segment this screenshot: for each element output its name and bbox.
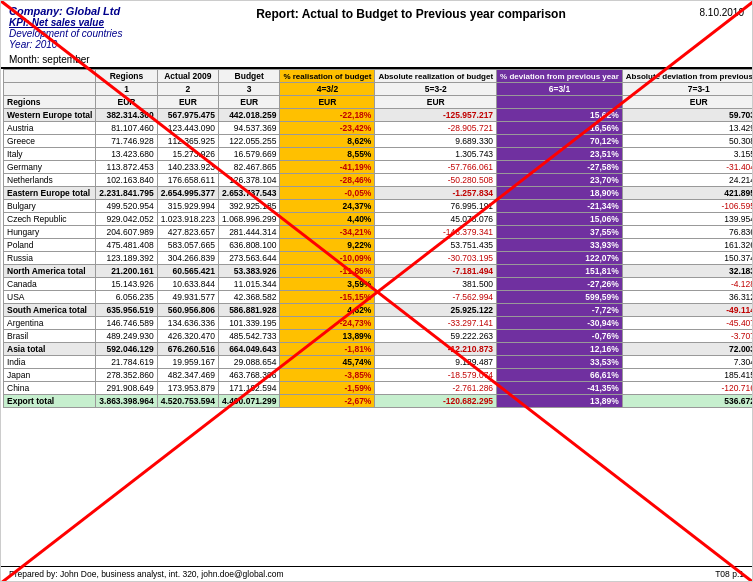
cell-0: Hungary — [4, 226, 96, 239]
cell-4: -10,09% — [280, 252, 375, 265]
cell-0: Asia total — [4, 343, 96, 356]
cell-1: 3.863.398.964 — [96, 395, 157, 408]
cell-5: -57.766.061 — [375, 161, 497, 174]
cell-5: -1.257.834 — [375, 187, 497, 200]
cell-0: Argentina — [4, 317, 96, 330]
col-abs-budget-header: Absolute realization of budget — [375, 70, 497, 83]
cell-1: 929.042.052 — [96, 213, 157, 226]
cell-2: 560.956.806 — [157, 304, 218, 317]
cell-4: -41,19% — [280, 161, 375, 174]
cell-1: 489.249.930 — [96, 330, 157, 343]
cell-5: 9.689.330 — [375, 135, 497, 148]
cell-6: 23,70% — [497, 174, 623, 187]
cell-5: -12.210.873 — [375, 343, 497, 356]
cell-4: -34,21% — [280, 226, 375, 239]
cell-0: North America total — [4, 265, 96, 278]
col-1-num: 1 — [96, 83, 157, 96]
col-header-row-currency: Regions EUR EUR EUR EUR EUR EUR — [4, 96, 754, 109]
cell-6: 599,59% — [497, 291, 623, 304]
data-row: Italy13.423.68015.273.92616.579.6698,55%… — [4, 148, 754, 161]
cell-7: 59.703.899 — [622, 109, 753, 122]
company-name: Company: Global Ltd — [9, 5, 122, 17]
col-eur-6 — [497, 96, 623, 109]
cell-6: 16,56% — [497, 122, 623, 135]
cell-3: 16.579.669 — [219, 148, 280, 161]
cell-2: 567.975.475 — [157, 109, 218, 122]
col-pct-budget-header: % realisation of budget — [280, 70, 375, 83]
cell-3: 2.653.737.543 — [219, 187, 280, 200]
data-row: Japan278.352.860482.347.469463.768.396-3… — [4, 369, 754, 382]
cell-5: -125.957.217 — [375, 109, 497, 122]
cell-3: 1.068.996.299 — [219, 213, 280, 226]
cell-3: 4.400.071.299 — [219, 395, 280, 408]
cell-2: 304.266.839 — [157, 252, 218, 265]
col-eur-3: EUR — [219, 96, 280, 109]
cell-2: 15.273.926 — [157, 148, 218, 161]
cell-0: Japan — [4, 369, 96, 382]
cell-7: 3.155.989 — [622, 148, 753, 161]
cell-7: 161.326.692 — [622, 239, 753, 252]
cell-7: 536.672.335 — [622, 395, 753, 408]
cell-3: 664.049.643 — [219, 343, 280, 356]
cell-5: 76.995.191 — [375, 200, 497, 213]
cell-7: -4.128.582 — [622, 278, 753, 291]
cell-0: South America total — [4, 304, 96, 317]
cell-0: Canada — [4, 278, 96, 291]
cell-7: 150.374.252 — [622, 252, 753, 265]
cell-6: -21,34% — [497, 200, 623, 213]
footer-prepared: Prepared by: John Doe, business analyst,… — [9, 569, 284, 579]
cell-7: -120.716.056 — [622, 382, 753, 395]
cell-1: 204.607.989 — [96, 226, 157, 239]
total-row: North America total21.200.16160.565.4215… — [4, 265, 754, 278]
cell-3: 94.537.369 — [219, 122, 280, 135]
col-actual-header: Budget — [219, 70, 280, 83]
cell-1: 475.481.408 — [96, 239, 157, 252]
cell-7: 50.308.327 — [622, 135, 753, 148]
data-row: Brasil489.249.930426.320.470485.542.7331… — [4, 330, 754, 343]
cell-2: 426.320.470 — [157, 330, 218, 343]
data-row: Hungary204.607.989427.823.657281.444.314… — [4, 226, 754, 239]
cell-5: -28.905.721 — [375, 122, 497, 135]
cell-7: 139.954.247 — [622, 213, 753, 226]
cell-6: 33,53% — [497, 356, 623, 369]
cell-3: 122.055.255 — [219, 135, 280, 148]
cell-3: 392.925.185 — [219, 200, 280, 213]
data-row: India21.784.61919.959.16729.088.65445,74… — [4, 356, 754, 369]
col-budget-header: Actual 2009 — [157, 70, 218, 83]
cell-5: -146.379.341 — [375, 226, 497, 239]
cell-4: 8,62% — [280, 135, 375, 148]
cell-6: 23,51% — [497, 148, 623, 161]
cell-6: 66,61% — [497, 369, 623, 382]
year-label: Year: 2010 — [9, 39, 122, 50]
cell-1: 15.143.926 — [96, 278, 157, 291]
col-region-cur: Regions — [4, 96, 96, 109]
data-row: Netherlands102.163.840176.658.611126.378… — [4, 174, 754, 187]
col-4-num: 4=3/2 — [280, 83, 375, 96]
col-region-header — [4, 70, 96, 83]
cell-7: 13.429.909 — [622, 122, 753, 135]
cell-2: 4.520.753.594 — [157, 395, 218, 408]
cell-4: -22,18% — [280, 109, 375, 122]
cell-1: 592.046.129 — [96, 343, 157, 356]
cell-1: 278.352.860 — [96, 369, 157, 382]
cell-7: 76.836.326 — [622, 226, 753, 239]
data-table: Regions Actual 2009 Budget % realisation… — [3, 69, 753, 408]
development-label: Development of countries — [9, 28, 122, 39]
cell-0: Czech Republic — [4, 213, 96, 226]
cell-1: 291.908.649 — [96, 382, 157, 395]
cell-7: 7.304.035 — [622, 356, 753, 369]
cell-3: 273.563.644 — [219, 252, 280, 265]
cell-7: -106.595.769 — [622, 200, 753, 213]
cell-5: 1.305.743 — [375, 148, 497, 161]
cell-6: -7,72% — [497, 304, 623, 317]
cell-2: 134.636.336 — [157, 317, 218, 330]
cell-0: Austria — [4, 122, 96, 135]
cell-4: -0,05% — [280, 187, 375, 200]
data-row: Canada15.143.92610.633.84411.015.3443,59… — [4, 278, 754, 291]
cell-0: Brasil — [4, 330, 96, 343]
cell-7: -3.707.197 — [622, 330, 753, 343]
col-region-num — [4, 83, 96, 96]
cell-7: -49.114.591 — [622, 304, 753, 317]
cell-2: 112.365.925 — [157, 135, 218, 148]
col-header-row-labels: Regions Actual 2009 Budget % realisation… — [4, 70, 754, 83]
